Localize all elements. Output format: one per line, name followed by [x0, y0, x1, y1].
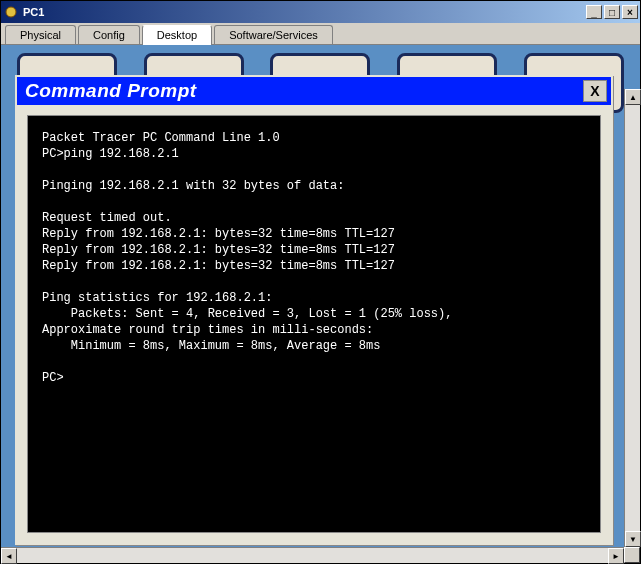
- app-icon: [3, 4, 19, 20]
- minimize-button[interactable]: _: [586, 5, 602, 19]
- scroll-track[interactable]: [17, 548, 608, 563]
- command-prompt-titlebar[interactable]: Command Prompt X: [17, 77, 611, 105]
- vertical-scrollbar[interactable]: ▲ ▼: [624, 89, 640, 547]
- svg-point-0: [6, 7, 16, 17]
- horizontal-scrollbar[interactable]: ◄ ►: [1, 547, 624, 563]
- scroll-right-button[interactable]: ►: [608, 548, 624, 564]
- close-button[interactable]: ×: [622, 5, 638, 19]
- tab-bar: Physical Config Desktop Software/Service…: [1, 23, 640, 45]
- application-window: PC1 _ □ × Physical Config Desktop Softwa…: [0, 0, 641, 564]
- command-prompt-window: Command Prompt X Packet Tracer PC Comman…: [15, 75, 613, 545]
- console-output[interactable]: Packet Tracer PC Command Line 1.0 PC>pin…: [27, 115, 601, 533]
- maximize-button[interactable]: □: [604, 5, 620, 19]
- tab-physical[interactable]: Physical: [5, 25, 76, 44]
- scroll-left-button[interactable]: ◄: [1, 548, 17, 564]
- scroll-down-button[interactable]: ▼: [625, 531, 641, 547]
- tab-config[interactable]: Config: [78, 25, 140, 44]
- titlebar[interactable]: PC1 _ □ ×: [1, 1, 640, 23]
- tab-software[interactable]: Software/Services: [214, 25, 333, 44]
- scroll-track[interactable]: [625, 105, 640, 531]
- window-title: PC1: [23, 6, 584, 18]
- command-prompt-title: Command Prompt: [25, 80, 583, 102]
- scroll-up-button[interactable]: ▲: [625, 89, 641, 105]
- scroll-corner: [624, 547, 640, 563]
- desktop-panel: Command Prompt X Packet Tracer PC Comman…: [1, 45, 640, 547]
- content-area: Command Prompt X Packet Tracer PC Comman…: [1, 45, 640, 563]
- command-prompt-close-button[interactable]: X: [583, 80, 607, 102]
- tab-desktop[interactable]: Desktop: [142, 25, 212, 45]
